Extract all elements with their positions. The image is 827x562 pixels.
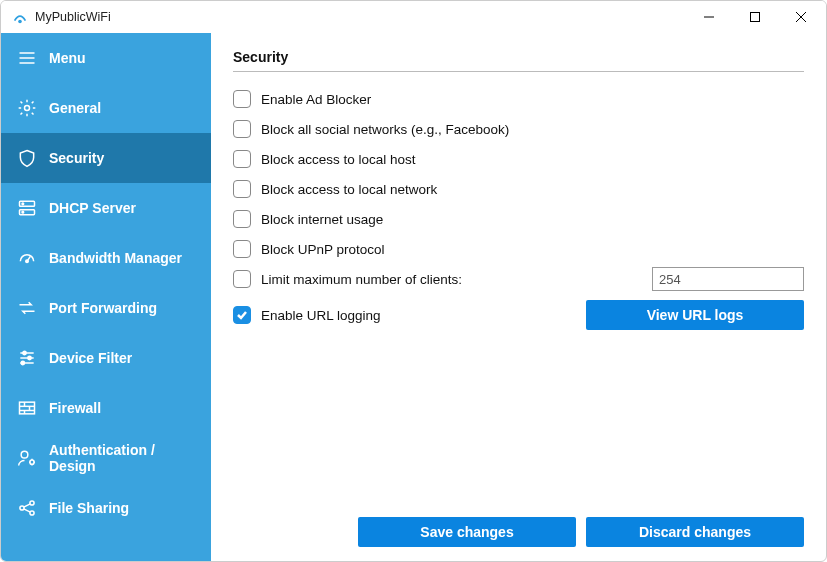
option-label: Enable URL logging: [261, 308, 381, 323]
svg-point-28: [30, 460, 34, 464]
sidebar-item-dhcp[interactable]: DHCP Server: [1, 183, 211, 233]
svg-line-33: [24, 509, 31, 512]
discard-button[interactable]: Discard changes: [586, 517, 804, 547]
option-enable-url-logging: Enable URL logging View URL logs: [233, 300, 804, 330]
sidebar-item-security[interactable]: Security: [1, 133, 211, 183]
sidebar-item-file-sharing[interactable]: File Sharing: [1, 483, 211, 533]
option-label: Block internet usage: [261, 212, 383, 227]
svg-rect-21: [20, 402, 35, 414]
close-button[interactable]: [778, 1, 824, 33]
svg-line-32: [24, 504, 31, 507]
option-block-localhost[interactable]: Block access to local host: [233, 144, 804, 174]
checkbox[interactable]: [233, 210, 251, 228]
option-limit-clients: Limit maximum number of clients:: [233, 264, 804, 294]
sidebar-item-label: Device Filter: [49, 350, 132, 366]
svg-point-14: [26, 260, 29, 263]
sidebar-item-label: Bandwidth Manager: [49, 250, 182, 266]
sliders-icon: [17, 348, 37, 368]
minimize-button[interactable]: [686, 1, 732, 33]
sidebar-item-label: Menu: [49, 50, 86, 66]
checkbox[interactable]: [233, 120, 251, 138]
sidebar-item-general[interactable]: General: [1, 83, 211, 133]
sidebar-item-label: Authentication / Design: [49, 442, 195, 474]
app-window: MyPublicWiFi Menu General Security: [0, 0, 827, 562]
maximize-button[interactable]: [732, 1, 778, 33]
svg-point-27: [21, 451, 28, 458]
option-block-localnet[interactable]: Block access to local network: [233, 174, 804, 204]
option-label: Limit maximum number of clients:: [261, 272, 462, 287]
svg-point-0: [18, 20, 22, 24]
window-controls: [686, 1, 824, 33]
app-icon: [11, 8, 29, 26]
save-button[interactable]: Save changes: [358, 517, 576, 547]
share-icon: [17, 498, 37, 518]
sidebar-item-device-filter[interactable]: Device Filter: [1, 333, 211, 383]
firewall-icon: [17, 398, 37, 418]
option-label: Block UPnP protocol: [261, 242, 385, 257]
sidebar-item-menu[interactable]: Menu: [1, 33, 211, 83]
gauge-icon: [17, 248, 37, 268]
content-area: Security Enable Ad Blocker Block all soc…: [211, 33, 826, 561]
svg-point-12: [22, 211, 24, 213]
gear-icon: [17, 98, 37, 118]
server-icon: [17, 198, 37, 218]
checkbox[interactable]: [233, 240, 251, 258]
sidebar-item-label: Port Forwarding: [49, 300, 157, 316]
checkbox[interactable]: [233, 150, 251, 168]
app-title: MyPublicWiFi: [35, 10, 111, 24]
menu-icon: [17, 48, 37, 68]
action-buttons: Save changes Discard changes: [233, 507, 804, 547]
svg-point-19: [28, 356, 31, 359]
user-gear-icon: [17, 448, 37, 468]
option-label: Block all social networks (e.g., Faceboo…: [261, 122, 509, 137]
sidebar-item-label: Firewall: [49, 400, 101, 416]
checkbox[interactable]: [233, 306, 251, 324]
sidebar-item-label: Security: [49, 150, 104, 166]
option-label: Block access to local host: [261, 152, 416, 167]
arrows-icon: [17, 298, 37, 318]
svg-rect-2: [751, 13, 760, 22]
checkbox[interactable]: [233, 90, 251, 108]
svg-point-8: [25, 106, 30, 111]
shield-icon: [17, 148, 37, 168]
option-label: Enable Ad Blocker: [261, 92, 371, 107]
sidebar-item-firewall[interactable]: Firewall: [1, 383, 211, 433]
option-block-social[interactable]: Block all social networks (e.g., Faceboo…: [233, 114, 804, 144]
checkbox[interactable]: [233, 270, 251, 288]
option-block-internet[interactable]: Block internet usage: [233, 204, 804, 234]
sidebar-item-label: File Sharing: [49, 500, 129, 516]
sidebar-item-auth-design[interactable]: Authentication / Design: [1, 433, 211, 483]
sidebar-item-bandwidth[interactable]: Bandwidth Manager: [1, 233, 211, 283]
sidebar-item-label: DHCP Server: [49, 200, 136, 216]
sidebar: Menu General Security DHCP Server Bandwi…: [1, 33, 211, 561]
option-label: Block access to local network: [261, 182, 437, 197]
max-clients-input[interactable]: [652, 267, 804, 291]
svg-point-18: [23, 351, 26, 354]
view-url-logs-button[interactable]: View URL logs: [586, 300, 804, 330]
checkbox[interactable]: [233, 180, 251, 198]
svg-point-20: [21, 361, 24, 364]
titlebar: MyPublicWiFi: [1, 1, 826, 33]
page-title: Security: [233, 49, 804, 72]
sidebar-item-label: General: [49, 100, 101, 116]
option-block-upnp[interactable]: Block UPnP protocol: [233, 234, 804, 264]
svg-point-11: [22, 203, 24, 205]
option-enable-ad-blocker[interactable]: Enable Ad Blocker: [233, 84, 804, 114]
sidebar-item-port-forwarding[interactable]: Port Forwarding: [1, 283, 211, 333]
